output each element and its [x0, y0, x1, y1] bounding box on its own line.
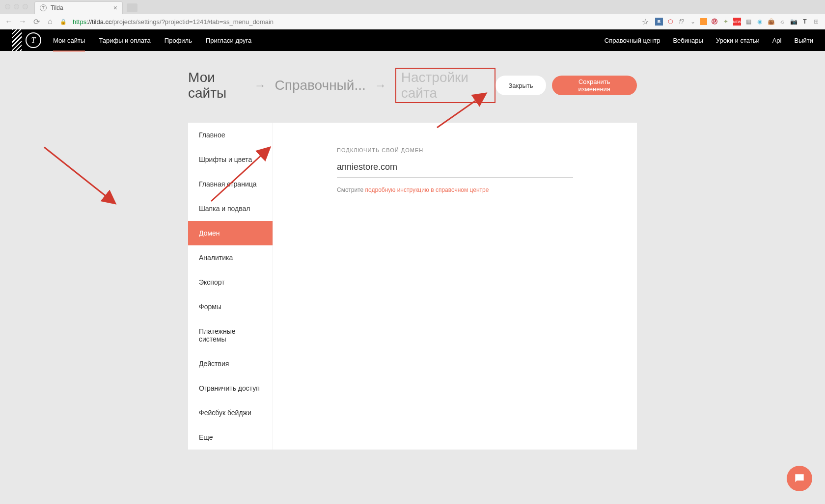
- sidebar-item-actions[interactable]: Действия: [188, 351, 273, 376]
- favicon-icon: T: [40, 4, 47, 11]
- nav-help-center[interactable]: Справочный центр: [605, 37, 660, 44]
- settings-panel: Главное Шрифты и цвета Главная страница …: [188, 123, 637, 450]
- ext-adblock-icon[interactable]: ⬡: [666, 18, 674, 26]
- sidebar-item-fonts[interactable]: Шрифты и цвета: [188, 147, 273, 172]
- sidebar-item-export[interactable]: Экспорт: [188, 270, 273, 294]
- sidebar-item-restrict[interactable]: Ограничить доступ: [188, 376, 273, 400]
- breadcrumb-project[interactable]: Справочный...: [275, 78, 366, 93]
- chat-fab[interactable]: [787, 466, 812, 491]
- ext-pocket-icon[interactable]: ⌄: [689, 18, 697, 26]
- nav-logout[interactable]: Выйти: [795, 37, 814, 44]
- extension-icons: B ⬡ f? ⌄ ⓟ ✦ NEW ▦ ◉ 👜 ☼ 📷 T ⊞: [655, 18, 820, 26]
- minimize-window-icon[interactable]: [14, 4, 19, 9]
- lock-icon: 🔒: [60, 19, 67, 25]
- nav-pricing[interactable]: Тарифы и оплата: [99, 37, 150, 51]
- main-nav: Мои сайты Тарифы и оплата Профиль Пригла…: [53, 37, 251, 44]
- reload-icon[interactable]: ⟳: [32, 17, 40, 27]
- ext-t-icon[interactable]: T: [801, 18, 809, 26]
- nav-invite[interactable]: Пригласи друга: [206, 37, 251, 51]
- browser-tab[interactable]: T Tilda ×: [34, 1, 123, 14]
- nav-api[interactable]: Api: [772, 37, 782, 44]
- forward-icon[interactable]: →: [19, 17, 27, 26]
- maximize-window-icon[interactable]: [23, 4, 28, 9]
- ext-new-icon[interactable]: NEW: [733, 18, 741, 26]
- nav-webinars[interactable]: Вебинары: [673, 37, 703, 44]
- nav-right: Справочный центр Вебинары Уроки и статьи…: [605, 37, 813, 44]
- domain-hint: Смотрите подробную инструкцию в справочн…: [337, 186, 573, 193]
- nav-tutorials[interactable]: Уроки и статьи: [716, 37, 760, 44]
- window-controls: [5, 4, 28, 9]
- sidebar-item-payments[interactable]: Платежные системы: [188, 319, 273, 351]
- sidebar-item-header-footer[interactable]: Шапка и подвал: [188, 196, 273, 221]
- ext-orange-icon[interactable]: [700, 18, 707, 25]
- domain-input[interactable]: [337, 160, 573, 178]
- star-icon[interactable]: ☆: [641, 17, 649, 27]
- url-text[interactable]: https://tilda.cc/projects/settings/?proj…: [73, 18, 274, 26]
- ext-bag-icon[interactable]: 👜: [767, 18, 775, 26]
- zigzag-decoration: [12, 29, 22, 51]
- ext-pinterest-icon[interactable]: ⓟ: [711, 18, 718, 26]
- home-icon[interactable]: ⌂: [46, 17, 54, 26]
- domain-hint-link[interactable]: подробную инструкцию в справочном центре: [365, 186, 489, 193]
- nav-profile[interactable]: Профиль: [165, 37, 192, 51]
- settings-content: ПОДКЛЮЧИТЬ СВОЙ ДОМЕН Смотрите подробную…: [273, 123, 637, 450]
- chat-icon: [793, 472, 806, 485]
- breadcrumb: Мои сайты → Справочный... → Настройки са…: [188, 68, 495, 103]
- new-tab-button[interactable]: [127, 3, 138, 12]
- domain-label: ПОДКЛЮЧИТЬ СВОЙ ДОМЕН: [337, 147, 573, 153]
- browser-tabbar: T Tilda ×: [0, 0, 825, 14]
- arrow-icon: →: [375, 79, 386, 92]
- save-button[interactable]: Сохранить изменения: [552, 76, 637, 95]
- breadcrumb-settings: Настройки сайта: [395, 68, 496, 103]
- nav-my-sites[interactable]: Мои сайты: [53, 37, 85, 51]
- ext-wand-icon[interactable]: ✦: [722, 18, 730, 26]
- tilda-logo-icon[interactable]: T: [26, 32, 41, 48]
- sidebar-item-homepage[interactable]: Главная страница: [188, 172, 273, 196]
- ext-vk-icon[interactable]: B: [655, 18, 663, 26]
- sidebar-item-analytics[interactable]: Аналитика: [188, 245, 273, 270]
- arrow-icon: →: [254, 79, 266, 92]
- ext-sun-icon[interactable]: ☼: [778, 18, 786, 26]
- sidebar-item-forms[interactable]: Формы: [188, 294, 273, 319]
- sidebar-item-facebook[interactable]: Фейсбук бейджи: [188, 400, 273, 425]
- breadcrumb-my-sites[interactable]: Мои сайты: [188, 70, 246, 101]
- sidebar-item-domain[interactable]: Домен: [188, 221, 273, 245]
- ext-globe-icon[interactable]: ◉: [756, 18, 764, 26]
- app-header: T Мои сайты Тарифы и оплата Профиль Приг…: [0, 29, 825, 51]
- ext-h-icon[interactable]: ⊞: [812, 18, 820, 26]
- back-icon[interactable]: ←: [5, 17, 13, 26]
- ext-camera-icon[interactable]: 📷: [790, 18, 798, 26]
- main-content: Мои сайты → Справочный... → Настройки са…: [0, 51, 825, 450]
- close-button[interactable]: Закрыть: [495, 76, 546, 95]
- sidebar-item-more[interactable]: Еще: [188, 425, 273, 450]
- browser-urlbar: ← → ⟳ ⌂ 🔒 https://tilda.cc/projects/sett…: [0, 14, 825, 29]
- close-tab-icon[interactable]: ×: [113, 4, 117, 12]
- sidebar-item-main[interactable]: Главное: [188, 123, 273, 147]
- close-window-icon[interactable]: [5, 4, 10, 9]
- settings-sidebar: Главное Шрифты и цвета Главная страница …: [188, 123, 273, 450]
- ext-grid-icon[interactable]: ▦: [744, 18, 752, 26]
- ext-f-icon[interactable]: f?: [678, 18, 686, 26]
- tab-title: Tilda: [51, 4, 63, 11]
